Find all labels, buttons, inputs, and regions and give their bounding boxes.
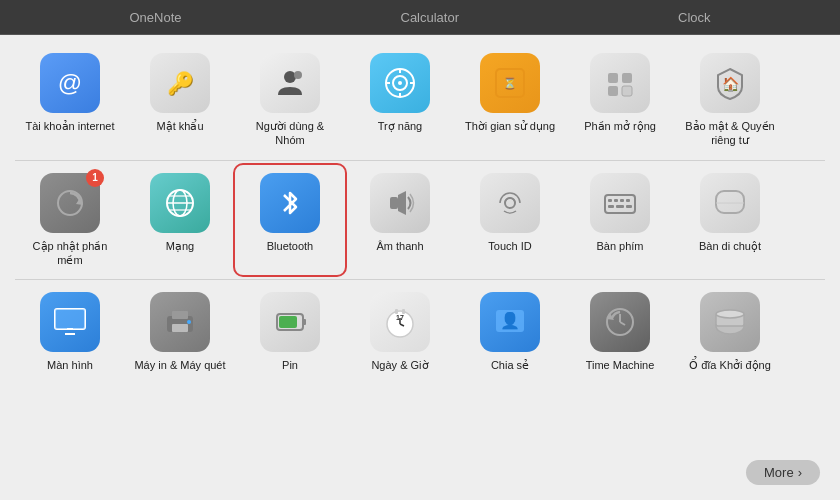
topbar-calculator: Calculator: [401, 10, 460, 25]
svg-rect-34: [626, 199, 630, 202]
svg-rect-31: [608, 199, 612, 202]
icon-item-amthanh[interactable]: Âm thanh: [345, 165, 455, 276]
icon-box-manhinh: [40, 292, 100, 352]
icon-label-chiase: Chia sẻ: [491, 358, 529, 372]
icon-label-odia: Ổ đĩa Khởi động: [689, 358, 771, 372]
icon-box-bluetooth: [260, 173, 320, 233]
svg-rect-55: [395, 309, 398, 314]
icon-box-mayinquet: [150, 292, 210, 352]
svg-point-3: [284, 71, 296, 83]
svg-marker-27: [390, 199, 398, 207]
icon-box-bandi: [700, 173, 760, 233]
icon-box-matkhau: 🔑: [150, 53, 210, 113]
svg-rect-16: [608, 86, 618, 96]
icon-label-timemachine: Time Machine: [586, 358, 655, 372]
icon-label-internet: Tài khoản internet: [26, 119, 115, 133]
icon-label-tronang: Trợ năng: [378, 119, 423, 133]
svg-rect-17: [622, 86, 632, 96]
svg-rect-56: [402, 309, 405, 314]
svg-point-63: [716, 310, 744, 318]
icon-item-internet[interactable]: @Tài khoản internet: [15, 45, 125, 156]
icon-item-matkhau[interactable]: 🔑Mật khẩu: [125, 45, 235, 156]
icon-label-baomat: Bảo mật & Quyền riêng tư: [681, 119, 779, 148]
svg-rect-35: [608, 205, 614, 208]
icon-box-timemachine: [590, 292, 650, 352]
icon-item-timemachine[interactable]: Time Machine: [565, 284, 675, 380]
icon-label-bluetooth: Bluetooth: [267, 239, 313, 253]
icon-box-thoigian: ⏳: [480, 53, 540, 113]
icon-item-ngaygio[interactable]: 17Ngày & Giờ: [345, 284, 455, 380]
icon-item-bandi[interactable]: Bàn di chuột: [675, 165, 785, 276]
svg-rect-50: [279, 316, 297, 328]
icon-item-nguoidung[interactable]: Người dùng & Nhóm: [235, 45, 345, 156]
icon-box-baomat: 🏠: [700, 53, 760, 113]
icon-label-banphim: Bàn phím: [596, 239, 643, 253]
icon-item-chiase[interactable]: 👤Chia sẻ: [455, 284, 565, 380]
topbar-onenote: OneNote: [129, 10, 181, 25]
svg-text:🏠: 🏠: [722, 76, 740, 93]
top-bar: OneNote Calculator Clock: [0, 0, 840, 35]
svg-rect-45: [172, 311, 188, 319]
icon-item-touchid[interactable]: Touch ID: [455, 165, 565, 276]
icon-item-mayinquet[interactable]: Máy in & Máy quét: [125, 284, 235, 380]
icon-box-phanthinh: [590, 53, 650, 113]
icon-box-internet: @: [40, 53, 100, 113]
icon-label-pin: Pin: [282, 358, 298, 372]
main-panel: @Tài khoản internet🔑Mật khẩuNgười dùng &…: [0, 35, 840, 500]
svg-rect-36: [616, 205, 624, 208]
icon-label-thoigian: Thời gian sử dụng: [465, 119, 555, 133]
svg-rect-14: [608, 73, 618, 83]
svg-rect-32: [614, 199, 618, 202]
svg-rect-30: [605, 195, 635, 213]
icon-item-tronang[interactable]: Trợ năng: [345, 45, 455, 156]
icon-label-phanthinh: Phần mở rộng: [584, 119, 656, 133]
row-1: 1Cập nhật phần mềmMạngBluetoothÂm thanhT…: [15, 165, 825, 276]
icon-box-odia: [700, 292, 760, 352]
icon-item-pin[interactable]: Pin: [235, 284, 345, 380]
icon-label-capnhat: Cập nhật phần mềm: [21, 239, 119, 268]
row-2: Màn hìnhMáy in & Máy quétPin17Ngày & Giờ…: [15, 284, 825, 380]
icon-item-bluetooth[interactable]: Bluetooth: [235, 165, 345, 276]
icon-item-capnhat[interactable]: 1Cập nhật phần mềm: [15, 165, 125, 276]
svg-text:👤: 👤: [500, 311, 520, 330]
icon-item-banphim[interactable]: Bàn phím: [565, 165, 675, 276]
svg-rect-46: [172, 324, 188, 332]
svg-point-7: [398, 81, 402, 85]
icon-box-ngaygio: 17: [370, 292, 430, 352]
icon-item-mang[interactable]: Mạng: [125, 165, 235, 276]
icon-label-mang: Mạng: [166, 239, 194, 253]
icon-label-touchid: Touch ID: [488, 239, 531, 253]
icon-label-bandi: Bàn di chuột: [699, 239, 761, 253]
icon-label-nguoidung: Người dùng & Nhóm: [241, 119, 339, 148]
topbar-clock: Clock: [678, 10, 711, 25]
svg-rect-15: [622, 73, 632, 83]
svg-point-47: [187, 320, 191, 324]
row-0: @Tài khoản internet🔑Mật khẩuNgười dùng &…: [15, 45, 825, 156]
icon-label-ngaygio: Ngày & Giờ: [371, 358, 428, 372]
more-button[interactable]: More ›: [746, 460, 820, 485]
icon-label-mayinquet: Máy in & Máy quét: [134, 358, 225, 372]
svg-rect-41: [55, 309, 85, 329]
icon-box-amthanh: [370, 173, 430, 233]
more-label: More: [764, 465, 794, 480]
icon-box-chiase: 👤: [480, 292, 540, 352]
icon-item-thoigian[interactable]: ⏳Thời gian sử dụng: [455, 45, 565, 156]
svg-rect-33: [620, 199, 624, 202]
svg-text:⏳: ⏳: [503, 76, 517, 90]
icon-box-touchid: [480, 173, 540, 233]
svg-text:🔑: 🔑: [167, 70, 195, 97]
icon-label-matkhau: Mật khẩu: [156, 119, 203, 133]
svg-rect-38: [716, 191, 744, 213]
chevron-right-icon: ›: [798, 465, 802, 480]
icon-box-banphim: [590, 173, 650, 233]
icon-label-manhinh: Màn hình: [47, 358, 93, 372]
icon-item-phanthinh[interactable]: Phần mở rộng: [565, 45, 675, 156]
icon-label-amthanh: Âm thanh: [376, 239, 423, 253]
icon-box-pin: [260, 292, 320, 352]
icon-item-baomat[interactable]: 🏠Bảo mật & Quyền riêng tư: [675, 45, 785, 156]
icon-box-nguoidung: [260, 53, 320, 113]
icon-item-odia[interactable]: Ổ đĩa Khởi động: [675, 284, 785, 380]
icon-box-capnhat: 1: [40, 173, 100, 233]
icon-item-manhinh[interactable]: Màn hình: [15, 284, 125, 380]
svg-marker-28: [398, 191, 406, 215]
